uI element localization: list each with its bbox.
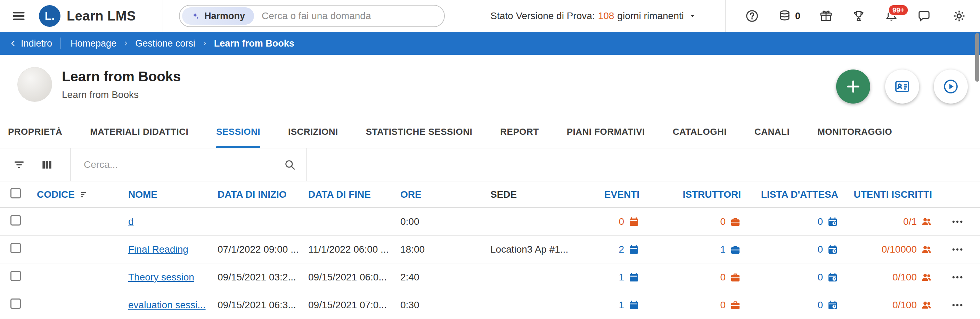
- session-name-link[interactable]: d: [128, 216, 134, 227]
- tab-cataloghi[interactable]: CATALOGHI: [673, 116, 727, 148]
- hours-cell: 0:00: [400, 216, 490, 227]
- gamification-button[interactable]: [852, 9, 865, 23]
- table-row: Final Reading 07/1/2022 09:00 ... 11/1/2…: [0, 236, 980, 263]
- session-name-link[interactable]: evaluation sessi...: [128, 300, 206, 310]
- lista-attesa-cell[interactable]: 0: [744, 244, 841, 255]
- add-session-fab[interactable]: [836, 70, 870, 103]
- istruttori-cell[interactable]: 1: [642, 244, 744, 255]
- column-header-data-fine[interactable]: DATA DI FINE: [308, 189, 400, 200]
- tab-proprieta[interactable]: PROPRIETÀ: [8, 116, 62, 148]
- column-header-codice[interactable]: CODICE: [37, 189, 128, 200]
- eventi-cell[interactable]: 0: [574, 216, 642, 227]
- eventi-cell[interactable]: 2: [574, 244, 642, 255]
- tab-piani-formativi[interactable]: PIANI FORMATIVI: [567, 116, 645, 148]
- tab-sessioni[interactable]: SESSIONI: [216, 116, 260, 148]
- id-card-icon: [894, 78, 910, 95]
- columns-icon[interactable]: [40, 158, 54, 171]
- utenti-iscritti-cell[interactable]: 0/1: [841, 216, 935, 227]
- table-row: d 0:00 0 0 0 0/1: [0, 208, 980, 236]
- row-menu-button[interactable]: [948, 270, 967, 284]
- start-date-cell: 09/15/2021 03:2...: [218, 272, 308, 283]
- preview-course-fab[interactable]: [934, 70, 968, 103]
- calendar-clock-icon: [827, 300, 838, 311]
- tab-report[interactable]: REPORT: [500, 116, 539, 148]
- table-row: evaluation sessi... 09/15/2021 06:3... 0…: [0, 291, 980, 319]
- tab-iscrizioni[interactable]: ISCRIZIONI: [288, 116, 338, 148]
- sparkle-icon: [191, 11, 200, 21]
- eventi-cell[interactable]: 1: [574, 272, 642, 283]
- breadcrumb-homepage[interactable]: Homepage: [70, 38, 116, 49]
- session-name-link[interactable]: Theory session: [128, 272, 194, 282]
- gear-icon: [952, 9, 966, 23]
- column-header-eventi[interactable]: EVENTI: [574, 189, 642, 200]
- messages-button[interactable]: [917, 9, 931, 23]
- row-checkbox[interactable]: [10, 271, 21, 281]
- global-search-bar[interactable]: Harmony: [179, 5, 445, 27]
- lista-attesa-cell[interactable]: 0: [744, 216, 841, 227]
- trophy-icon: [852, 9, 865, 23]
- column-header-utenti-iscritti[interactable]: UTENTI ISCRITTI: [841, 189, 935, 200]
- column-header-lista-attesa[interactable]: LISTA D'ATTESA: [744, 189, 841, 200]
- utenti-iscritti-cell[interactable]: 0/10000: [841, 244, 935, 255]
- end-date-cell: 09/15/2021 06:0...: [308, 272, 400, 283]
- ellipsis-icon: [951, 271, 964, 284]
- table-search-input[interactable]: [84, 159, 284, 170]
- coins-icon: [778, 9, 792, 23]
- sort-icon[interactable]: [80, 189, 90, 200]
- column-header-nome[interactable]: NOME: [128, 189, 218, 200]
- istruttori-cell[interactable]: 0: [642, 272, 744, 283]
- utenti-iscritti-count: 0/1: [903, 216, 917, 227]
- trial-status-suffix: giorni rimanenti: [617, 10, 684, 22]
- settings-button[interactable]: [952, 9, 966, 23]
- back-button[interactable]: Indietro: [0, 32, 60, 55]
- ellipsis-icon: [951, 216, 964, 228]
- briefcase-icon: [730, 300, 741, 311]
- tab-canali[interactable]: CANALI: [754, 116, 789, 148]
- hamburger-menu-icon[interactable]: [11, 8, 26, 24]
- app-logo[interactable]: L. Learn LMS: [39, 5, 136, 27]
- help-button[interactable]: [745, 9, 759, 23]
- filter-icon[interactable]: [13, 158, 26, 171]
- istruttori-cell[interactable]: 0: [642, 216, 744, 227]
- session-name-link[interactable]: Final Reading: [128, 244, 188, 255]
- calendar-clock-icon: [827, 272, 838, 283]
- enrollments-fab[interactable]: [885, 70, 919, 103]
- top-bar: L. Learn LMS Harmony Stato Versione di P…: [0, 0, 980, 32]
- select-all-checkbox[interactable]: [10, 188, 21, 198]
- rewards-button[interactable]: [819, 9, 833, 23]
- eventi-count: 1: [619, 272, 624, 283]
- istruttori-cell[interactable]: 0: [642, 300, 744, 311]
- breadcrumb-gestione-corsi[interactable]: Gestione corsi: [135, 38, 195, 49]
- actions-cell: [935, 215, 980, 229]
- tab-monitoraggio[interactable]: MONITORAGGIO: [817, 116, 892, 148]
- lista-attesa-cell[interactable]: 0: [744, 300, 841, 311]
- row-menu-button[interactable]: [948, 243, 967, 256]
- eventi-count: 2: [619, 244, 624, 255]
- tab-materiali-didattici[interactable]: MATERIALI DIDATTICI: [90, 116, 188, 148]
- utenti-iscritti-cell[interactable]: 0/100: [841, 300, 935, 311]
- row-checkbox[interactable]: [10, 298, 21, 309]
- caret-down-icon: [689, 13, 696, 19]
- trial-status-dropdown[interactable]: Stato Versione di Prova: 108 giorni rima…: [461, 0, 725, 32]
- column-header-data-inizio[interactable]: DATA DI INIZIO: [218, 189, 308, 200]
- utenti-iscritti-cell[interactable]: 0/100: [841, 272, 935, 283]
- row-checkbox[interactable]: [10, 215, 21, 225]
- notifications-button[interactable]: 99+: [885, 9, 898, 23]
- row-menu-button[interactable]: [948, 298, 967, 312]
- tab-statistiche-sessioni[interactable]: STATISTICHE SESSIONI: [366, 116, 473, 148]
- harmony-assistant-chip[interactable]: Harmony: [182, 7, 254, 25]
- lista-attesa-cell[interactable]: 0: [744, 272, 841, 283]
- logo-text: Learn LMS: [67, 9, 136, 24]
- row-menu-button[interactable]: [948, 215, 967, 229]
- chevron-right-icon: [202, 40, 208, 46]
- breadcrumb: Homepage Gestione corsi Learn from Books: [70, 38, 294, 49]
- coins-button[interactable]: 0: [778, 9, 800, 23]
- eventi-cell[interactable]: 1: [574, 300, 642, 311]
- column-header-istruttori[interactable]: ISTRUTTORI: [642, 189, 744, 200]
- search-icon[interactable]: [284, 159, 296, 171]
- row-checkbox[interactable]: [10, 243, 21, 253]
- scrollbar-thumb[interactable]: [975, 33, 979, 82]
- global-search-input[interactable]: [262, 10, 436, 22]
- lista-attesa-count: 0: [817, 272, 823, 283]
- column-header-ore[interactable]: ORE: [400, 189, 490, 200]
